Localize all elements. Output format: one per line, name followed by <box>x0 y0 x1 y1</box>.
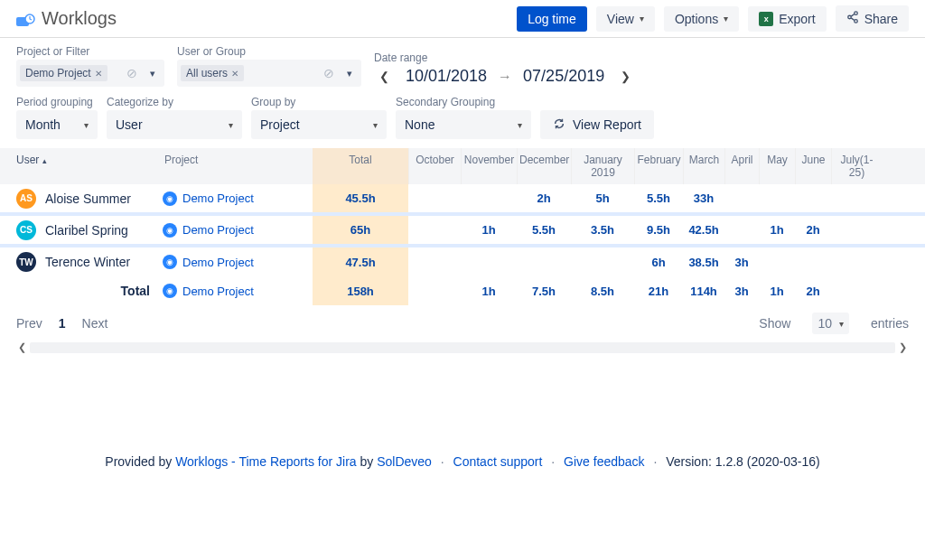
project-cell[interactable]: ◉Demo Project <box>159 251 313 273</box>
row-total: 47.5h <box>313 247 408 276</box>
hour-cell: 9.5h <box>634 216 683 244</box>
project-name: Demo Project <box>182 256 254 269</box>
footer-product-link[interactable]: Worklogs - Time Reports for Jira <box>175 454 356 469</box>
row-total: 45.5h <box>313 184 408 212</box>
table-row: ASAloise Summer◉Demo Project45.5h2h5h5.5… <box>0 184 925 216</box>
col-header-total[interactable]: Total <box>313 148 408 184</box>
export-label: Export <box>779 12 815 26</box>
total-row: Total ◉Demo Project 158h 1h7.5h8.5h21h11… <box>0 276 925 305</box>
group-select[interactable]: Project▾ <box>251 110 387 139</box>
footer-vendor-link[interactable]: SolDeveo <box>377 454 432 469</box>
user-filter-label: User or Group <box>177 45 361 58</box>
col-header-user[interactable]: User ▴ <box>0 148 159 184</box>
footer-feedback-link[interactable]: Give feedback <box>564 454 645 469</box>
categorize-select[interactable]: User▾ <box>107 110 242 139</box>
chip-remove-icon[interactable]: ✕ <box>95 69 102 79</box>
secondary-select[interactable]: None▾ <box>396 110 531 139</box>
show-label: Show <box>759 316 790 331</box>
hour-cell <box>724 216 759 244</box>
footer-support-link[interactable]: Contact support <box>453 454 543 469</box>
hour-cell <box>831 248 882 276</box>
date-from[interactable]: 10/01/2018 <box>406 67 487 86</box>
period-label: Period grouping <box>16 96 98 108</box>
chevron-down-icon: ▾ <box>839 319 844 329</box>
col-header-month[interactable]: October <box>408 148 461 184</box>
prev-page[interactable]: Prev <box>16 316 42 331</box>
next-page[interactable]: Next <box>82 316 108 331</box>
chip-remove-icon[interactable]: ✕ <box>231 69 238 79</box>
categorize-value: User <box>116 117 143 132</box>
footer-by: by <box>360 454 377 469</box>
avatar: CS <box>16 220 36 240</box>
scroll-left-icon[interactable]: ❮ <box>16 341 28 353</box>
col-header-month[interactable]: February <box>634 148 683 184</box>
col-header-month[interactable]: July(1-25) <box>831 148 882 184</box>
total-hour-cell <box>831 277 882 305</box>
hour-cell: 5.5h <box>517 216 571 244</box>
col-header-month[interactable]: November <box>461 148 517 184</box>
user-filter[interactable]: All users✕ ⊘ ▾ <box>177 60 361 87</box>
chevron-down-icon: ▾ <box>84 120 89 130</box>
col-header-month[interactable]: March <box>683 148 724 184</box>
project-filter-label: Project or Filter <box>16 45 164 58</box>
hour-cell: 3h <box>724 248 759 276</box>
clear-icon[interactable]: ⊘ <box>318 66 340 80</box>
log-time-button[interactable]: Log time <box>517 6 587 32</box>
export-button[interactable]: xExport <box>748 6 826 32</box>
date-to[interactable]: 07/25/2019 <box>523 67 604 86</box>
date-next-button[interactable]: ❯ <box>615 66 636 87</box>
total-label: Total <box>0 280 159 302</box>
total-hour-cell: 7.5h <box>517 277 571 305</box>
project-chip-text: Demo Project <box>25 67 91 79</box>
hour-cell <box>461 248 517 276</box>
total-hour-cell: 8.5h <box>571 277 634 305</box>
page-size-select[interactable]: 10▾ <box>812 313 849 334</box>
col-header-month[interactable]: April <box>724 148 759 184</box>
col-header-month[interactable]: January 2019 <box>571 148 634 184</box>
project-chip[interactable]: Demo Project✕ <box>20 65 107 81</box>
sort-asc-icon: ▴ <box>42 156 47 165</box>
options-dropdown[interactable]: Options▾ <box>664 6 739 32</box>
svg-point-3 <box>847 15 851 19</box>
col-header-month[interactable]: December <box>517 148 571 184</box>
grid-body: ASAloise Summer◉Demo Project45.5h2h5h5.5… <box>0 184 925 276</box>
view-report-button[interactable]: View Report <box>540 110 654 139</box>
view-label: View <box>607 12 634 26</box>
date-prev-button[interactable]: ❮ <box>374 66 395 87</box>
project-cell[interactable]: ◉Demo Project <box>159 188 313 210</box>
hour-cell: 2h <box>517 184 571 212</box>
view-dropdown[interactable]: View▾ <box>596 6 655 32</box>
horizontal-scrollbar[interactable]: ❮ ❯ <box>0 341 925 364</box>
clear-icon[interactable]: ⊘ <box>121 66 143 80</box>
hour-cell: 5h <box>571 184 634 212</box>
project-filter[interactable]: Demo Project✕ ⊘ ▾ <box>16 60 164 87</box>
col-header-month[interactable]: June <box>795 148 831 184</box>
total-hour-cell: 1h <box>759 277 795 305</box>
app-title: Worklogs <box>42 8 117 29</box>
period-select[interactable]: Month▾ <box>16 110 98 139</box>
group-value: Project <box>260 117 300 132</box>
scroll-track[interactable] <box>30 342 895 353</box>
separator-dot: · <box>441 454 444 469</box>
hour-cell <box>759 184 795 212</box>
total-project[interactable]: ◉Demo Project <box>159 280 313 302</box>
footer-version: Version: 1.2.8 (2020-03-16) <box>666 454 819 469</box>
months-header: OctoberNovemberDecemberJanuary 2019Febru… <box>408 148 882 184</box>
chevron-down-icon[interactable]: ▾ <box>341 68 358 79</box>
grid-header: User ▴ Project Total OctoberNovemberDece… <box>0 148 925 184</box>
hour-cell: 1h <box>461 216 517 244</box>
user-cell: ASAloise Summer <box>0 185 159 212</box>
group-label: Group by <box>251 96 387 108</box>
col-header-month[interactable]: May <box>759 148 795 184</box>
share-button[interactable]: Share <box>836 5 909 32</box>
project-cell[interactable]: ◉Demo Project <box>159 219 313 241</box>
user-chip[interactable]: All users✕ <box>181 65 244 81</box>
view-report-label: View Report <box>573 117 641 132</box>
total-project-name: Demo Project <box>182 285 254 298</box>
options-label: Options <box>675 12 718 26</box>
chevron-down-icon[interactable]: ▾ <box>145 68 161 79</box>
col-header-project[interactable]: Project <box>159 148 313 184</box>
total-hour-cell: 1h <box>461 277 517 305</box>
project-icon: ◉ <box>163 284 177 298</box>
scroll-right-icon[interactable]: ❯ <box>897 341 909 353</box>
